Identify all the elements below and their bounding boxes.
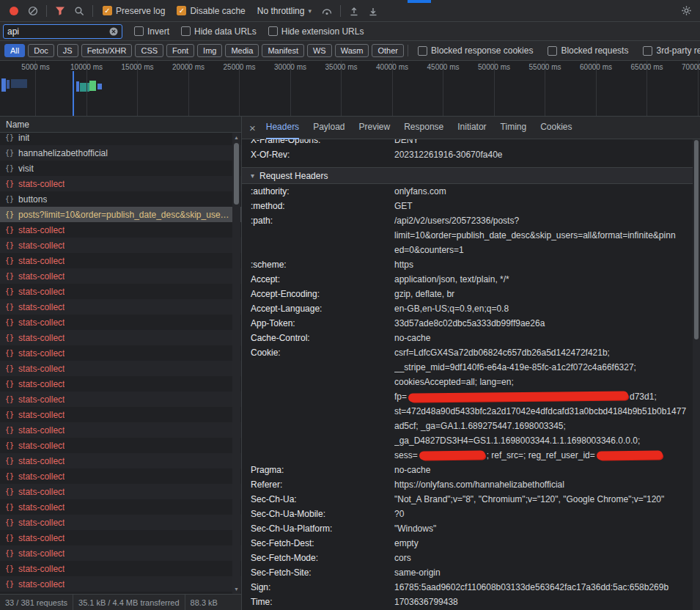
request-row[interactable]: {}stats-collect (0, 468, 241, 484)
request-row[interactable]: {}stats-collect (0, 299, 241, 315)
request-row[interactable]: {}stats-collect (0, 499, 241, 515)
tab-initiator[interactable]: Initiator (457, 117, 486, 139)
disable-cache-checkbox[interactable]: Disable cache (177, 6, 245, 16)
network-conditions-button[interactable] (317, 2, 336, 20)
invert-checkbox[interactable]: Invert (134, 26, 169, 37)
type-filter-all[interactable]: All (4, 44, 25, 57)
type-filter-ws[interactable]: WS (307, 44, 332, 57)
header-value-line: GET (394, 199, 691, 213)
request-row[interactable]: {}stats-collect (0, 576, 241, 592)
request-row[interactable]: {}visit (0, 161, 241, 176)
search-button[interactable] (70, 2, 89, 20)
request-row[interactable]: {}stats-collect (0, 515, 241, 530)
export-har-button[interactable] (364, 2, 383, 20)
header-value: gzip, deflate, br (394, 287, 700, 301)
type-filter-css[interactable]: CSS (135, 44, 163, 57)
scroll-down-icon[interactable]: ▼ (232, 585, 240, 593)
braces-icon: {} (5, 210, 14, 218)
settings-button[interactable] (677, 2, 696, 20)
type-filter-js[interactable]: JS (57, 44, 78, 57)
request-row[interactable]: {}stats-collect (0, 422, 241, 438)
request-row[interactable]: {}stats-collect (0, 376, 241, 392)
request-row[interactable]: {}stats-collect (0, 284, 241, 299)
request-row[interactable]: {}stats-collect (0, 545, 241, 561)
request-list-scrollbar[interactable]: ▲ ▼ (232, 133, 240, 594)
timeline-tick-label: 5000 ms (21, 63, 49, 71)
details-scrollbar[interactable] (693, 139, 700, 610)
request-row[interactable]: {}stats-collect (0, 392, 241, 407)
request-row[interactable]: {}stats-collect (0, 268, 241, 284)
tab-preview[interactable]: Preview (359, 117, 391, 139)
request-row[interactable]: {}stats-collect (0, 361, 241, 376)
header-name: Sign: (242, 580, 394, 595)
scroll-up-icon[interactable]: ▲ (232, 133, 240, 142)
request-row[interactable]: {}posts?limit=10&order=publish_date_desc… (0, 207, 241, 222)
request-row[interactable]: {}hannahelizabethofficial (0, 145, 241, 161)
braces-icon: {} (5, 318, 14, 326)
toolbar-divider (408, 45, 408, 56)
type-filter-other[interactable]: Other (372, 44, 404, 57)
tab-cookies[interactable]: Cookies (540, 117, 572, 139)
type-filter-fetch-xhr[interactable]: Fetch/XHR (81, 44, 133, 57)
type-filter-img[interactable]: Img (197, 44, 222, 57)
hide-extension-urls-checkbox[interactable]: Hide extension URLs (268, 26, 364, 37)
request-row[interactable]: {}stats-collect (0, 238, 241, 253)
header-value: "Windows" (394, 521, 700, 536)
checkbox-label: Blocked requests (561, 45, 628, 56)
record-button[interactable] (4, 2, 23, 20)
tab-headers[interactable]: Headers (266, 117, 299, 139)
header-name: Accept-Encoding: (242, 287, 394, 301)
request-row[interactable]: {}init (0, 133, 241, 145)
type-filter-wasm[interactable]: Wasm (335, 44, 369, 57)
close-icon[interactable]: × (249, 122, 256, 134)
import-har-button[interactable] (345, 2, 364, 20)
request-row[interactable]: {}stats-collect (0, 315, 241, 330)
braces-icon: {} (5, 565, 14, 573)
hide-data-urls-checkbox[interactable]: Hide data URLs (181, 26, 257, 37)
request-row[interactable]: {}stats-collect (0, 345, 241, 361)
request-row[interactable]: {}stats-collect (0, 407, 241, 422)
timeline-overview[interactable]: 5000 ms10000 ms15000 ms20000 ms25000 ms3… (0, 61, 700, 117)
blocked-requests-checkbox[interactable]: Blocked requests (548, 45, 628, 56)
chevron-down-icon: ▾ (308, 7, 312, 15)
transferred-size: 35.1 kB / 4.4 MB transferred (73, 598, 185, 607)
preserve-log-checkbox[interactable]: Preserve log (103, 6, 165, 16)
filter-toggle-button[interactable] (51, 2, 70, 20)
type-filter-manifest[interactable]: Manifest (262, 44, 304, 57)
blocked-response-cookies-checkbox[interactable]: Blocked response cookies (418, 45, 533, 56)
request-row[interactable]: {}stats-collect (0, 253, 241, 268)
tab-response[interactable]: Response (404, 117, 443, 139)
clear-network-log-button[interactable] (23, 2, 43, 20)
request-row[interactable]: {}stats-collect (0, 176, 241, 191)
header-value-line: gzip, deflate, br (394, 287, 691, 301)
invert-label: Invert (147, 26, 169, 37)
timeline-tick-label: 70000 ms (682, 63, 700, 71)
clear-filter-icon[interactable] (109, 27, 118, 36)
type-filter-doc[interactable]: Doc (28, 44, 54, 57)
tab-payload[interactable]: Payload (313, 117, 345, 139)
request-row[interactable]: {}stats-collect (0, 484, 241, 499)
throttling-select[interactable]: No throttling ▾ (257, 6, 312, 16)
request-row[interactable]: {}stats-collect (0, 561, 241, 576)
braces-icon: {} (5, 133, 14, 142)
filter-input[interactable]: api (3, 24, 122, 39)
braces-icon: {} (5, 349, 14, 357)
request-row[interactable]: {}stats-collect (0, 453, 241, 468)
name-column-header[interactable]: Name (0, 117, 241, 133)
type-filter-media[interactable]: Media (225, 44, 259, 57)
3rd-party-requests-checkbox[interactable]: 3rd-party requests (643, 45, 700, 56)
header-name: Sec-Ch-Ua-Platform: (242, 521, 394, 536)
redaction-scribble (419, 450, 485, 460)
request-row[interactable]: {}buttons (0, 191, 241, 207)
request-headers-section-header[interactable]: ▾ Request Headers (242, 167, 700, 184)
request-row[interactable]: {}stats-collect (0, 330, 241, 345)
scrollbar-thumb[interactable] (694, 140, 699, 339)
request-row[interactable]: {}stats-collect (0, 222, 241, 238)
request-row[interactable]: {}stats-collect (0, 438, 241, 453)
type-filter-font[interactable]: Font (166, 44, 194, 57)
header-value-line: application/json, text/plain, */* (394, 272, 691, 287)
tab-timing[interactable]: Timing (501, 117, 527, 139)
scrollbar-thumb[interactable] (234, 143, 239, 205)
request-row[interactable]: {}stats-collect (0, 530, 241, 545)
braces-icon: {} (5, 364, 14, 372)
